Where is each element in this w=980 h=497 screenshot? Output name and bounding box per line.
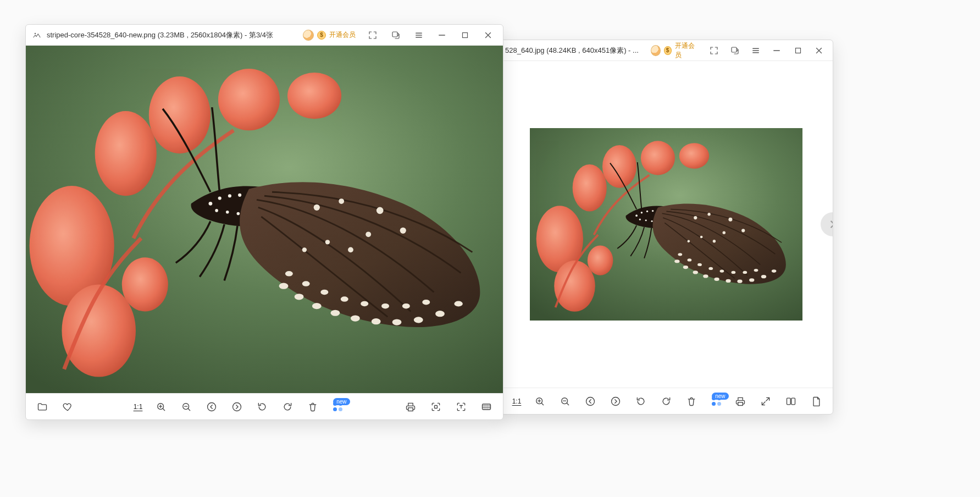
menu-icon[interactable] (409, 27, 428, 43)
fullscreen-icon[interactable] (705, 43, 722, 58)
coin-icon: $ (664, 46, 672, 55)
next-icon[interactable] (230, 400, 243, 413)
expand-icon[interactable] (759, 395, 772, 408)
menu-icon[interactable] (748, 43, 764, 58)
fullscreen-icon[interactable] (363, 27, 382, 43)
ocr-icon[interactable] (455, 400, 468, 413)
zoom-out-icon[interactable] (180, 400, 193, 413)
new-badge: new (333, 398, 350, 405)
info-doc-icon[interactable] (810, 395, 823, 408)
image-stage[interactable] (26, 46, 503, 393)
rotate-right-icon[interactable] (660, 395, 673, 408)
zoom-ratio-button[interactable]: 1:1 (134, 403, 143, 411)
delete-icon[interactable] (306, 400, 319, 413)
print-icon[interactable] (404, 400, 417, 413)
title-text: striped-core-354528_640-new.png (3.23MB … (47, 30, 273, 40)
maximize-button[interactable] (456, 27, 474, 43)
close-button[interactable] (479, 27, 497, 43)
zoom-out-icon[interactable] (558, 395, 572, 408)
previous-icon[interactable] (584, 395, 597, 408)
coin-icon: $ (317, 31, 326, 40)
delete-icon[interactable] (685, 395, 698, 408)
vip-label: 开通会员 (675, 41, 698, 60)
zoom-ratio-button[interactable]: 1:1 (512, 397, 522, 405)
zoom-in-icon[interactable] (533, 395, 546, 408)
favorite-icon[interactable] (61, 400, 74, 413)
image-stage[interactable] (500, 61, 833, 388)
photo (530, 128, 803, 321)
vip-chip[interactable]: $ 开通会员 (300, 29, 359, 42)
compare-icon[interactable] (784, 395, 798, 408)
previous-icon[interactable] (205, 400, 218, 413)
vip-label: 开通会员 (329, 30, 356, 40)
scan-icon[interactable] (429, 400, 442, 413)
rotate-window-icon[interactable] (386, 27, 405, 43)
close-button[interactable] (811, 43, 827, 58)
rotate-left-icon[interactable] (634, 395, 647, 408)
new-badge: new (712, 393, 728, 400)
image-viewer-window-2: 528_640.jpg (48.24KB , 640x451像素) - ... … (499, 40, 833, 415)
apps-grid-icon[interactable]: new (710, 395, 723, 408)
bottom-toolbar: 1:1 new (26, 393, 503, 419)
rotate-window-icon[interactable] (727, 43, 743, 58)
rotate-left-icon[interactable] (256, 400, 269, 413)
title-text: 528_640.jpg (48.24KB , 640x451像素) - ... (505, 46, 639, 56)
apps-grid-icon[interactable]: new (331, 400, 345, 413)
minimize-button[interactable] (768, 43, 785, 58)
app-icon (31, 30, 42, 41)
filmstrip-icon[interactable] (480, 400, 493, 413)
titlebar[interactable]: striped-core-354528_640-new.png (3.23MB … (26, 25, 503, 46)
rotate-right-icon[interactable] (281, 400, 294, 413)
print-icon[interactable] (734, 395, 747, 408)
image-viewer-window-1: striped-core-354528_640-new.png (3.23MB … (25, 24, 503, 420)
titlebar[interactable]: 528_640.jpg (48.24KB , 640x451像素) - ... … (500, 40, 833, 61)
photo (26, 46, 503, 393)
avatar-icon (651, 45, 661, 56)
bottom-toolbar: 1:1 new (500, 388, 833, 414)
maximize-button[interactable] (789, 43, 806, 58)
minimize-button[interactable] (433, 27, 451, 43)
open-folder-icon[interactable] (36, 400, 49, 413)
avatar-icon (303, 30, 314, 41)
next-icon[interactable] (609, 395, 622, 408)
vip-chip[interactable]: $ 开通会员 (647, 40, 701, 61)
zoom-in-icon[interactable] (154, 400, 168, 413)
next-image-button[interactable] (821, 212, 833, 236)
